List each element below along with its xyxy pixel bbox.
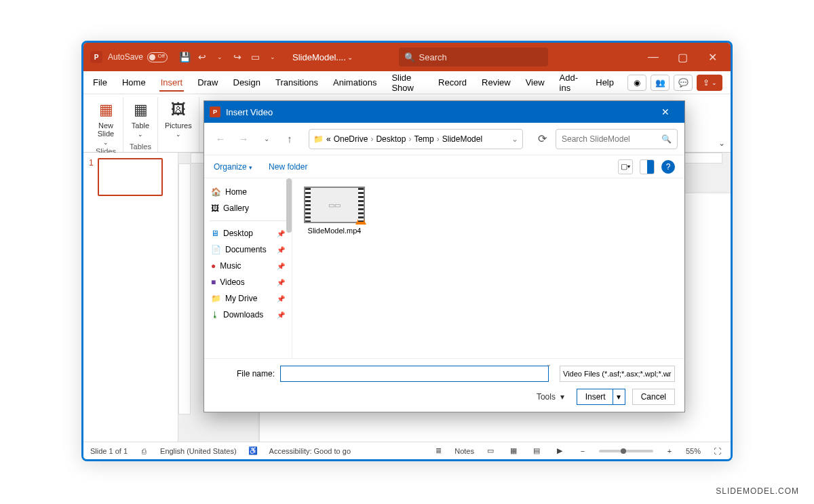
- search-icon: 🔍: [404, 52, 415, 62]
- undo-dropdown-icon[interactable]: ⌄: [211, 48, 229, 66]
- pictures-button[interactable]: 🖼 Pictures ⌄: [163, 98, 193, 139]
- collapse-ribbon-icon[interactable]: ⌄: [718, 138, 725, 148]
- pictures-icon: 🖼: [168, 100, 189, 120]
- accessibility-icon: ♿: [246, 446, 260, 455]
- pin-icon[interactable]: 📌: [277, 311, 285, 319]
- dialog-title: Insert Video: [226, 107, 273, 117]
- sidebar-item-music[interactable]: ●Music📌: [207, 258, 289, 274]
- chevron-down-icon[interactable]: ⌄: [511, 134, 518, 144]
- sidebar-scrollbar[interactable]: [286, 178, 292, 233]
- up-button[interactable]: ↑: [280, 130, 299, 149]
- chevron-down-icon: ⌄: [103, 139, 109, 146]
- file-item[interactable]: ▭▭ SlideModel.mp4: [301, 187, 368, 235]
- menu-animations[interactable]: Animations: [332, 73, 378, 92]
- menu-review[interactable]: Review: [480, 73, 512, 92]
- sorter-view-icon[interactable]: ▦: [507, 446, 520, 455]
- slide-thumbnail[interactable]: 1: [89, 158, 172, 196]
- menu-slideshow[interactable]: Slide Show: [390, 69, 425, 97]
- comments-icon[interactable]: 💬: [674, 75, 693, 91]
- sidebar-item-desktop[interactable]: 🖥Desktop📌: [207, 225, 289, 241]
- breadcrumb-item[interactable]: Temp: [414, 134, 433, 144]
- normal-view-icon[interactable]: ▭: [484, 446, 497, 455]
- menu-addins[interactable]: Add-ins: [558, 69, 583, 97]
- language-label[interactable]: English (United States): [160, 447, 237, 455]
- new-slide-button[interactable]: ▦ New Slide ⌄: [94, 98, 117, 147]
- breadcrumb-item[interactable]: SlideModel: [442, 134, 482, 144]
- undo-icon[interactable]: ↩: [193, 48, 211, 66]
- zoom-in-icon[interactable]: +: [663, 447, 676, 455]
- sidebar-item-videos[interactable]: ■Videos📌: [207, 274, 289, 290]
- notes-icon: ≣: [431, 446, 445, 455]
- search-input[interactable]: 🔍 Search: [399, 47, 548, 66]
- recent-dropdown-icon[interactable]: ⌄: [257, 130, 276, 149]
- new-slide-icon: ▦: [96, 100, 116, 120]
- pin-icon[interactable]: 📌: [277, 230, 285, 237]
- dialog-close-button[interactable]: ✕: [652, 106, 679, 117]
- menu-insert[interactable]: Insert: [159, 73, 185, 92]
- reading-view-icon[interactable]: ▤: [530, 446, 543, 455]
- breadcrumb-item[interactable]: OneDrive: [334, 134, 368, 144]
- menu-design[interactable]: Design: [232, 73, 262, 92]
- powerpoint-icon: P: [90, 51, 102, 63]
- organize-button[interactable]: Organize ▾: [214, 162, 252, 172]
- music-icon: ●: [211, 261, 216, 271]
- back-button[interactable]: ←: [211, 130, 230, 149]
- pin-icon[interactable]: 📌: [277, 246, 285, 254]
- dialog-search-input[interactable]: Search SlideModel 🔍: [556, 129, 678, 149]
- menu-help[interactable]: Help: [594, 73, 615, 92]
- minimize-button[interactable]: —: [640, 47, 667, 67]
- pin-icon[interactable]: 📌: [277, 279, 285, 286]
- insert-dropdown-icon[interactable]: ▾: [613, 389, 625, 404]
- menu-record[interactable]: Record: [437, 73, 468, 92]
- close-button[interactable]: ✕: [699, 47, 726, 67]
- sidebar-item-mydrive[interactable]: 📁My Drive📌: [207, 290, 289, 307]
- fit-to-window-icon[interactable]: ⛶: [710, 447, 724, 455]
- insert-button[interactable]: Insert▾: [577, 389, 625, 405]
- breadcrumb[interactable]: 📁 « OneDrive› Desktop› Temp› SlideModel …: [309, 129, 523, 149]
- menu-view[interactable]: View: [524, 73, 546, 92]
- zoom-slider[interactable]: [599, 450, 653, 452]
- view-mode-button[interactable]: ▢ ▾: [618, 159, 633, 174]
- documents-icon: 📄: [211, 245, 221, 254]
- tools-dropdown[interactable]: Tools ▾: [537, 392, 564, 402]
- document-name: SlideModel....: [292, 52, 346, 62]
- docname-dropdown-icon[interactable]: ⌄: [347, 54, 353, 61]
- maximize-button[interactable]: ▢: [670, 47, 697, 67]
- sidebar-item-home[interactable]: 🏠Home: [207, 184, 289, 200]
- autosave-toggle[interactable]: Off: [147, 52, 168, 62]
- menu-draw[interactable]: Draw: [196, 73, 219, 92]
- notes-button[interactable]: Notes: [454, 447, 474, 455]
- menu-transitions[interactable]: Transitions: [274, 73, 319, 92]
- slideshow-view-icon[interactable]: ▶: [553, 446, 566, 455]
- share-button[interactable]: ⇪ ⌄: [697, 75, 722, 91]
- menu-file[interactable]: File: [92, 73, 109, 92]
- sidebar-item-downloads[interactable]: ⭳Downloads📌: [207, 307, 289, 323]
- present-icon[interactable]: ▭: [246, 48, 264, 66]
- camera-icon[interactable]: ◉: [627, 75, 646, 91]
- file-list[interactable]: ▭▭ SlideModel.mp4: [292, 178, 684, 358]
- file-type-filter[interactable]: Video Files (*.asf;*.asx;*.wpl;*.wr: [560, 366, 675, 382]
- menu-home[interactable]: Home: [121, 73, 147, 92]
- refresh-button[interactable]: ⟳: [532, 130, 551, 149]
- help-icon[interactable]: ?: [661, 160, 675, 174]
- zoom-value[interactable]: 55%: [686, 447, 701, 455]
- save-icon[interactable]: 💾: [176, 48, 193, 66]
- breadcrumb-item[interactable]: Desktop: [376, 134, 406, 144]
- pin-icon[interactable]: 📌: [277, 263, 285, 270]
- sidebar-item-gallery[interactable]: 🖼Gallery: [207, 200, 289, 216]
- sidebar-item-documents[interactable]: 📄Documents📌: [207, 241, 289, 258]
- cancel-button[interactable]: Cancel: [632, 389, 675, 405]
- new-folder-button[interactable]: New folder: [269, 162, 307, 172]
- zoom-out-icon[interactable]: −: [576, 447, 589, 455]
- slide-indicator[interactable]: Slide 1 of 1: [90, 447, 128, 455]
- table-button[interactable]: ▦ Table ⌄: [129, 98, 152, 139]
- teams-icon[interactable]: 👥: [651, 75, 670, 91]
- dialog-sidebar: 🏠Home 🖼Gallery 🖥Desktop📌 📄Documents📌 ●Mu…: [204, 178, 292, 358]
- forward-button[interactable]: →: [234, 130, 253, 149]
- pin-icon[interactable]: 📌: [277, 295, 285, 303]
- preview-pane-button[interactable]: [640, 159, 655, 174]
- accessibility-label[interactable]: Accessibility: Good to go: [269, 447, 351, 455]
- qat-dropdown-icon[interactable]: ⌄: [264, 48, 282, 66]
- redo-icon[interactable]: ↪: [229, 48, 246, 66]
- file-name-input[interactable]: [280, 366, 549, 382]
